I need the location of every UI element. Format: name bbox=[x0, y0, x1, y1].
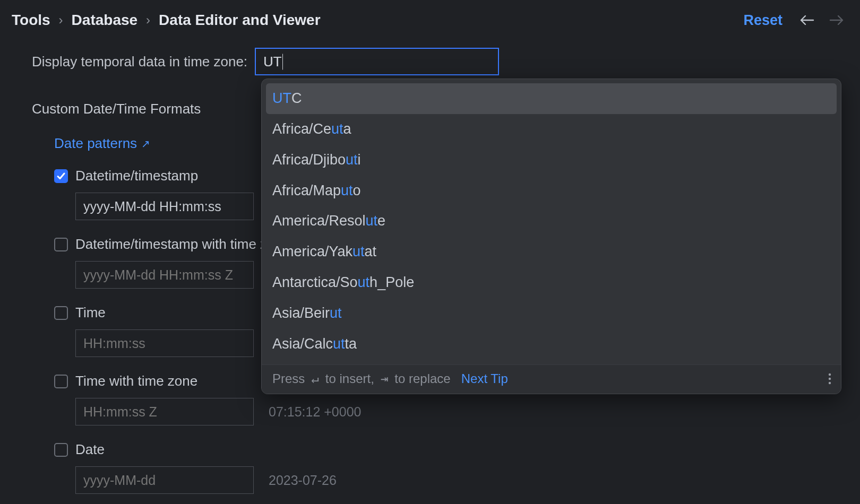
svg-point-1 bbox=[829, 378, 831, 380]
breadcrumb-data-editor[interactable]: Data Editor and Viewer bbox=[159, 12, 320, 29]
more-options-icon[interactable] bbox=[828, 373, 831, 385]
timezone-input[interactable] bbox=[255, 48, 499, 75]
tab-key-icon: ⇥ bbox=[381, 371, 388, 386]
datetime-format-input[interactable] bbox=[75, 193, 254, 220]
autocomplete-item[interactable]: Africa/Djibouti bbox=[266, 145, 837, 176]
breadcrumb-tools[interactable]: Tools bbox=[12, 12, 50, 29]
time-label: Time bbox=[75, 305, 106, 321]
svg-point-2 bbox=[829, 382, 831, 384]
reset-button[interactable]: Reset bbox=[743, 12, 782, 29]
date-format-input[interactable] bbox=[75, 466, 254, 494]
autocomplete-list: UTCAfrica/CeutaAfrica/DjiboutiAfrica/Map… bbox=[262, 79, 841, 364]
date-example: 2023-07-26 bbox=[269, 473, 337, 488]
time-checkbox[interactable] bbox=[54, 306, 68, 320]
datetime-label: Datetime/timestamp bbox=[75, 168, 198, 184]
chevron-right-icon: › bbox=[146, 13, 150, 28]
date-label: Date bbox=[75, 441, 105, 458]
time-tz-label: Time with time zone bbox=[75, 373, 197, 389]
autocomplete-item[interactable]: UTC bbox=[266, 83, 837, 114]
autocomplete-item[interactable]: Asia/Beirut bbox=[266, 298, 837, 329]
autocomplete-item[interactable]: America/Yakutat bbox=[266, 237, 837, 267]
date-patterns-link[interactable]: Date patterns ↗ bbox=[54, 135, 150, 152]
datetime-tz-checkbox[interactable] bbox=[54, 238, 68, 251]
autocomplete-item[interactable]: Antarctica/South_Pole bbox=[266, 267, 837, 298]
autocomplete-item[interactable]: Asia/Calcutta bbox=[266, 329, 837, 360]
time-tz-checkbox[interactable] bbox=[54, 375, 68, 388]
autocomplete-item[interactable]: Africa/Ceuta bbox=[266, 114, 837, 145]
time-tz-format-input[interactable] bbox=[75, 398, 254, 425]
time-format-input[interactable] bbox=[75, 329, 254, 357]
forward-arrow-icon bbox=[829, 14, 844, 26]
back-arrow-icon[interactable] bbox=[799, 14, 814, 26]
autocomplete-item[interactable]: America/Resolute bbox=[266, 206, 837, 237]
breadcrumb-database[interactable]: Database bbox=[72, 12, 138, 29]
date-checkbox[interactable] bbox=[54, 443, 68, 457]
autocomplete-item[interactable]: Asia/Irkutsk bbox=[266, 360, 837, 364]
datetime-tz-label: Datetime/timestamp with time zone bbox=[75, 236, 290, 253]
datetime-checkbox[interactable] bbox=[54, 169, 68, 183]
breadcrumb: Tools › Database › Data Editor and Viewe… bbox=[12, 12, 321, 29]
timezone-autocomplete-popup: UTCAfrica/CeutaAfrica/DjiboutiAfrica/Map… bbox=[261, 79, 841, 394]
section-title: Custom Date/Time Formats bbox=[32, 101, 201, 117]
datetime-tz-format-input[interactable] bbox=[75, 261, 254, 289]
timezone-label: Display temporal data in time zone: bbox=[32, 54, 247, 70]
next-tip-link[interactable]: Next Tip bbox=[461, 371, 508, 386]
time-tz-example: 07:15:12 +0000 bbox=[269, 404, 361, 420]
svg-point-0 bbox=[829, 373, 831, 376]
autocomplete-footer-hint: Press ↵ to insert, ⇥ to replace Next Tip bbox=[272, 371, 508, 386]
chevron-right-icon: › bbox=[59, 13, 63, 28]
external-link-icon: ↗ bbox=[141, 137, 150, 150]
enter-key-icon: ↵ bbox=[311, 371, 319, 386]
autocomplete-item[interactable]: Africa/Maputo bbox=[266, 176, 837, 206]
